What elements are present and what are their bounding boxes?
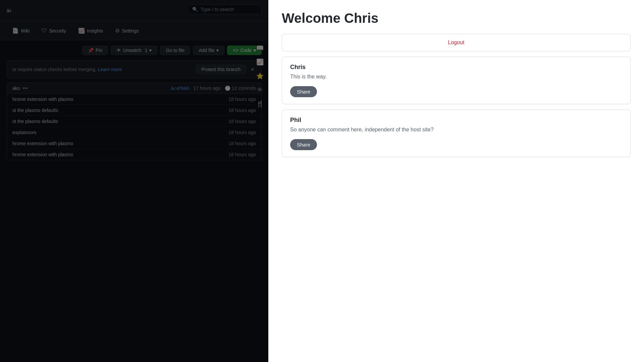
watch-icon[interactable]: 👁: [256, 85, 264, 95]
fork-icon[interactable]: 🍴: [255, 99, 265, 109]
protect-text: or require status checks before merging.…: [12, 67, 122, 72]
unwatch-button[interactable]: 👁 Unwatch 1 ▾: [111, 46, 157, 55]
add-file-chevron: ▾: [216, 48, 219, 53]
sidebar-icons: 📖 📈 ⭐ 👁 🍴: [252, 40, 268, 112]
file-time: 18 hours ago: [228, 130, 256, 135]
tab-insights-label: Insights: [87, 28, 103, 34]
file-name[interactable]: st the plasmo defaults: [12, 119, 58, 124]
history-icon: 🕐: [225, 85, 230, 91]
file-name[interactable]: hrome extension with plasmo: [12, 141, 73, 146]
file-row: st the plasmo defaults 18 hours ago: [7, 105, 261, 116]
tab-wiki[interactable]: 📄 Wiki: [7, 25, 35, 37]
file-time: 18 hours ago: [228, 119, 256, 124]
code-icon: <>: [233, 48, 238, 53]
security-icon: 🛡: [42, 28, 47, 34]
code-label: Code: [240, 48, 252, 53]
comment-card-chris: Chris This is the way. Share: [282, 57, 631, 104]
insights-icon: 📈: [78, 27, 85, 34]
tab-security[interactable]: 🛡 Security: [36, 25, 71, 37]
commit-time: 17 hours ago: [194, 85, 221, 91]
search-bar[interactable]: 🔍 Type / to search: [188, 5, 262, 14]
protect-branch-banner: or require status checks before merging.…: [7, 60, 262, 78]
dropdown-icon: ▾: [149, 48, 152, 53]
comment-text-phil: So anyone can comment here, independent …: [290, 126, 622, 134]
file-row: hrome extension with plasmo 18 hours ago: [7, 138, 261, 149]
commits-count: 12: [232, 85, 237, 91]
protect-btn-label: Protect this branch: [201, 67, 240, 72]
tab-wiki-label: Wiki: [21, 28, 30, 34]
book-icon[interactable]: 📖: [255, 43, 265, 53]
eye-icon: 👁: [116, 48, 121, 53]
commit-row: aku ••• bc4fb65 17 hours ago 🕐 12 commit…: [7, 82, 262, 94]
file-name[interactable]: st the plasmo defaults: [12, 108, 58, 113]
unwatch-label: Unwatch: [123, 48, 141, 53]
comment-card-phil: Phil So anyone can comment here, indepen…: [282, 110, 631, 157]
file-row: hrome extension with plasmo 18 hours ago: [7, 94, 261, 105]
commit-hash[interactable]: bc4fb65: [171, 86, 190, 91]
file-row: explainoors 18 hours ago: [7, 127, 261, 138]
protect-description: or require status checks before merging.: [12, 67, 97, 72]
branch-dots: •••: [23, 85, 28, 91]
share-button-phil[interactable]: Share: [290, 139, 317, 150]
branch-info: aku •••: [12, 85, 28, 91]
file-row: st the plasmo defaults 18 hours ago: [7, 116, 261, 127]
add-file-button[interactable]: Add file ▾: [193, 46, 224, 55]
pin-button[interactable]: 📌 Pin: [82, 46, 108, 55]
learn-more-link[interactable]: Learn more: [98, 67, 122, 72]
search-placeholder: Type / to search: [201, 7, 234, 12]
action-area: 📌 Pin 👁 Unwatch 1 ▾ Go to file Add file …: [0, 40, 268, 60]
star-icon[interactable]: ⭐: [255, 71, 265, 81]
comment-author-chris: Chris: [290, 64, 622, 71]
main-github-panel: iki 🔍 Type / to search 📄 Wiki 🛡 Security…: [0, 0, 268, 362]
go-to-file-button[interactable]: Go to file: [160, 46, 190, 55]
repo-name-label: iki: [7, 8, 11, 13]
file-time: 18 hours ago: [228, 141, 256, 146]
tab-settings-label: Settings: [122, 28, 139, 34]
share-button-chris[interactable]: Share: [290, 86, 317, 97]
pin-label: Pin: [96, 48, 102, 53]
tab-nav: 📄 Wiki 🛡 Security 📈 Insights ⚙ Settings: [0, 21, 268, 40]
comment-text-chris: This is the way.: [290, 73, 622, 81]
welcome-title: Welcome Chris: [282, 11, 631, 26]
file-name[interactable]: hrome extension with plasmo: [12, 152, 73, 157]
logout-box: Logout: [282, 34, 631, 51]
add-file-label: Add file: [199, 48, 214, 53]
file-name[interactable]: explainoors: [12, 130, 37, 135]
file-row: hrome extension with plasmo 18 hours ago: [7, 149, 261, 160]
settings-icon: ⚙: [115, 27, 120, 34]
branch-name: aku: [12, 85, 20, 91]
tab-insights[interactable]: 📈 Insights: [73, 25, 108, 37]
file-list: hrome extension with plasmo 18 hours ago…: [7, 94, 262, 160]
unwatch-count: 1: [145, 48, 148, 53]
pin-icon: 📌: [88, 48, 94, 53]
tab-security-label: Security: [49, 28, 66, 34]
wiki-icon: 📄: [12, 27, 19, 34]
search-icon: 🔍: [192, 7, 198, 12]
tab-settings[interactable]: ⚙ Settings: [110, 25, 144, 37]
overlay-panel: Welcome Chris Logout Chris This is the w…: [268, 0, 644, 362]
top-nav: iki 🔍 Type / to search: [0, 0, 268, 21]
graph-icon[interactable]: 📈: [255, 57, 265, 67]
go-to-file-label: Go to file: [166, 48, 184, 53]
protect-this-branch-button[interactable]: Protect this branch: [196, 65, 246, 74]
comment-author-phil: Phil: [290, 117, 622, 124]
file-name[interactable]: hrome extension with plasmo: [12, 97, 73, 102]
file-time: 18 hours ago: [228, 152, 256, 157]
logout-button[interactable]: Logout: [448, 40, 465, 46]
